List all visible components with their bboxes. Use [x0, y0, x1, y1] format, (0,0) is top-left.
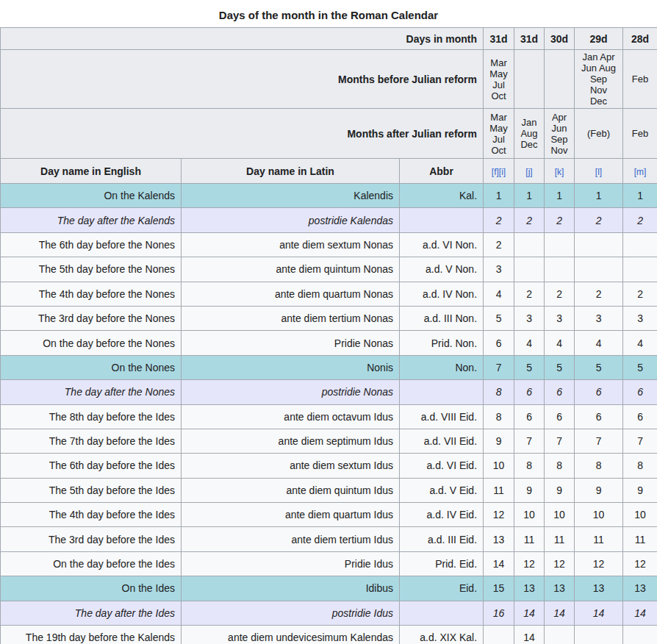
day-number: 1	[575, 184, 623, 208]
day-name-english: The 3rd day before the Nones	[1, 306, 182, 330]
day-number: 11	[575, 527, 623, 551]
table-row: The 5th day before the Idesante diem qui…	[1, 478, 657, 502]
footnote-ref-link[interactable]: [f][i]	[492, 167, 506, 177]
col-header-latin: Day name in Latin	[182, 159, 400, 184]
page: Days of the month in the Roman Calendar …	[0, 0, 657, 644]
day-number: 3	[575, 306, 623, 330]
table-row: The 19th day before the Kalendsante diem…	[1, 626, 657, 644]
footnote-ref-link[interactable]: [l]	[595, 167, 602, 177]
day-number: 9	[545, 478, 575, 502]
day-number: 12	[484, 503, 514, 527]
day-number: 7	[575, 429, 623, 453]
day-number: 6	[575, 404, 623, 429]
day-name-english: The 3rd day before the Ides	[1, 527, 182, 551]
day-abbr: a.d. VI Non.	[400, 232, 484, 257]
day-name-english: The 7th day before the Ides	[1, 429, 182, 453]
day-number: 12	[545, 551, 575, 576]
day-number: 7	[545, 429, 575, 453]
day-abbr: a.d. V Non.	[400, 257, 484, 282]
table-row: The 5th day before the Nonesante diem qu…	[1, 257, 657, 282]
day-count-29d: 29d	[575, 28, 623, 50]
day-number: 9	[514, 478, 545, 502]
day-name-latin: ante diem sextum Nonas	[182, 232, 400, 257]
day-number: 7	[623, 429, 657, 453]
day-number: 11	[514, 527, 545, 551]
day-number: 9	[575, 478, 623, 502]
footnote-ref-link[interactable]: [j]	[525, 167, 532, 177]
day-number: 2	[623, 208, 657, 232]
day-number	[623, 232, 657, 257]
months-before-col4: Jan Apr Jun Aug Sep Nov Dec	[575, 50, 623, 109]
day-number: 4	[545, 331, 575, 355]
months-after-col4: (Feb)	[575, 109, 623, 159]
footnote-ref-link[interactable]: [m]	[634, 167, 647, 177]
day-number: 14	[484, 551, 514, 576]
months-after-reform-row: Months after Julian reform Mar May Jul O…	[1, 109, 657, 159]
day-abbr: a.d. IV Eid.	[400, 503, 484, 527]
col-header-english: Day name in English	[1, 159, 182, 184]
column-headers-row: Day name in English Day name in Latin Ab…	[1, 159, 657, 184]
day-number: 5	[575, 355, 623, 379]
day-abbr	[400, 601, 484, 625]
months-after-col1: Mar May Jul Oct	[484, 109, 514, 159]
day-number: 12	[514, 551, 545, 576]
day-name-english: The 5th day before the Nones	[1, 257, 182, 282]
day-number: 13	[575, 576, 623, 601]
day-number: 11	[623, 527, 657, 551]
day-number: 2	[514, 208, 545, 232]
day-number: 6	[623, 404, 657, 429]
day-name-english: The 8th day before the Ides	[1, 404, 182, 429]
day-number: 7	[484, 355, 514, 379]
day-number	[575, 232, 623, 257]
day-number	[623, 257, 657, 282]
table-row: The 4th day before the Nonesante diem qu…	[1, 282, 657, 306]
footnote-ref-link[interactable]: [k]	[555, 167, 564, 177]
day-abbr: a.d. VIII Eid.	[400, 404, 484, 429]
day-name-latin: ante diem undevicesimum Kalendas	[182, 626, 400, 644]
day-number: 10	[575, 503, 623, 527]
day-name-english: The day after the Kalends	[1, 208, 182, 232]
day-count-31d-b: 31d	[514, 28, 545, 50]
footnote-ref-cell: [j]	[514, 159, 545, 184]
table-row: The day after the Kalendspostridie Kalen…	[1, 208, 657, 232]
day-number: 3	[514, 306, 545, 330]
day-name-latin: ante diem quartum Nonas	[182, 282, 400, 306]
day-number	[545, 626, 575, 644]
months-before-col2	[514, 50, 545, 109]
day-number: 2	[484, 232, 514, 257]
day-name-english: On the day before the Nones	[1, 331, 182, 355]
day-name-english: The day after the Ides	[1, 601, 182, 625]
months-after-col5: Feb	[623, 109, 657, 159]
day-name-latin: ante diem sextum Idus	[182, 454, 400, 478]
day-number: 12	[575, 551, 623, 576]
table-row: The 3rd day before the Nonesante diem te…	[1, 306, 657, 330]
day-abbr: a.d. VI Eid.	[400, 454, 484, 478]
months-after-col2: Jan Aug Dec	[514, 109, 545, 159]
day-name-latin: ante diem tertium Nonas	[182, 306, 400, 330]
day-number	[484, 626, 514, 644]
day-number: 2	[545, 282, 575, 306]
day-number: 2	[514, 282, 545, 306]
day-abbr	[400, 208, 484, 232]
table-row: The 6th day before the Idesante diem sex…	[1, 454, 657, 478]
day-number: 5	[545, 355, 575, 379]
day-number: 14	[514, 601, 545, 625]
day-number: 2	[623, 282, 657, 306]
day-name-latin: ante diem quintum Idus	[182, 478, 400, 502]
day-name-latin: ante diem octavum Idus	[182, 404, 400, 429]
day-number: 4	[623, 331, 657, 355]
day-name-latin: postridie Kalendas	[182, 208, 400, 232]
day-number: 16	[484, 601, 514, 625]
day-number: 6	[623, 380, 657, 404]
day-abbr: a.d. XIX Kal.	[400, 626, 484, 644]
day-number: 14	[623, 601, 657, 625]
day-number: 14	[575, 601, 623, 625]
day-name-english: The 6th day before the Ides	[1, 454, 182, 478]
day-number: 4	[484, 282, 514, 306]
day-number: 3	[545, 306, 575, 330]
day-name-latin: Idibus	[182, 576, 400, 601]
day-number: 6	[514, 380, 545, 404]
table-row: On the day before the IdesPridie IdusPri…	[1, 551, 657, 576]
day-abbr: a.d. IV Non.	[400, 282, 484, 306]
day-number: 9	[484, 429, 514, 453]
